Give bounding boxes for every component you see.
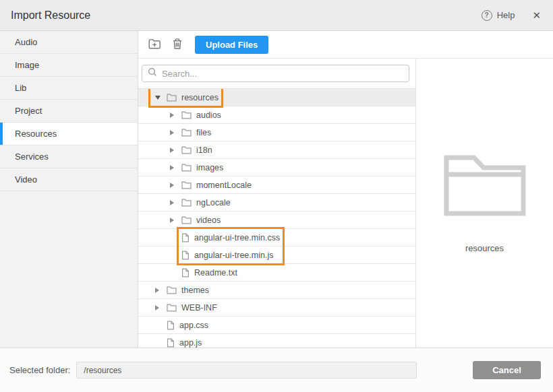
tree-row-momentlocale[interactable]: momentLocale <box>138 176 415 194</box>
tree-node-content: momentLocale <box>168 176 252 193</box>
tree-row-app-css[interactable]: app.css <box>138 317 415 334</box>
tree-row-angular-ui-tree-min-js[interactable]: angular-ui-tree.min.js <box>138 247 415 264</box>
sidebar-item-resources[interactable]: Resources <box>0 123 138 145</box>
tree-node-content: Readme.txt <box>181 264 237 281</box>
search-area <box>138 59 415 89</box>
tree-node-content: angular-ui-tree.min.js <box>181 247 273 263</box>
caret-glyph <box>155 288 159 293</box>
help-icon: ? <box>482 10 492 21</box>
sidebar-item-project[interactable]: Project <box>0 100 138 123</box>
tree-node-content: app.js <box>167 334 202 348</box>
file-icon <box>181 233 190 242</box>
tree-node-label: videos <box>196 216 221 225</box>
caret-glyph <box>155 305 159 311</box>
sidebar-item-label: Resources <box>15 129 57 139</box>
tree-row-audios[interactable]: audios <box>138 106 415 124</box>
sidebar-item-label: Video <box>15 174 37 185</box>
sidebar-item-image[interactable]: Image <box>0 54 138 77</box>
tree-node-content: ngLocale <box>168 194 231 211</box>
file-icon <box>181 251 190 260</box>
tree-node-label: ngLocale <box>196 198 231 207</box>
search-box <box>142 65 409 82</box>
header-actions: ? Help ✕ <box>482 10 541 21</box>
caret-right-icon[interactable] <box>168 165 181 170</box>
content-area: Upload Files resourcesaudiosfilesi18nima… <box>138 31 553 348</box>
cancel-button[interactable]: Cancel <box>473 361 541 379</box>
tree-row-web-inf[interactable]: WEB-INF <box>138 299 415 317</box>
tree-node-content: i18n <box>168 141 212 158</box>
tree-row-i18n[interactable]: i18n <box>138 141 415 159</box>
tree-row-videos[interactable]: videos <box>138 211 415 229</box>
tree-node-label: i18n <box>196 145 212 155</box>
add-folder-button[interactable] <box>144 35 165 55</box>
folder-icon <box>181 110 192 119</box>
tree-node-label: app.js <box>179 338 202 348</box>
caret-right-icon[interactable] <box>153 305 167 311</box>
tree-row-readme-txt[interactable]: Readme.txt <box>138 264 415 282</box>
tree-row-themes[interactable]: themes <box>138 282 415 299</box>
caret-right-icon[interactable] <box>168 183 181 188</box>
tree-row-files[interactable]: files <box>138 124 415 141</box>
folder-icon <box>181 145 192 154</box>
sidebar-item-lib[interactable]: Lib <box>0 77 138 100</box>
caret-right-icon[interactable] <box>168 130 181 135</box>
selected-folder-label: Selected folder: <box>9 365 70 375</box>
folder-icon <box>181 181 192 189</box>
caret-glyph <box>170 218 174 223</box>
caret-right-icon[interactable] <box>168 148 181 153</box>
tree-node-content: videos <box>168 211 221 228</box>
folder-icon <box>181 216 192 224</box>
tree-node-content: themes <box>153 282 209 298</box>
caret-glyph <box>170 112 174 118</box>
selected-folder-input[interactable] <box>76 362 417 379</box>
sidebar-item-label: Services <box>15 152 49 162</box>
tree-node-label: app.css <box>179 321 208 330</box>
delete-button[interactable] <box>168 35 187 55</box>
help-button[interactable]: ? Help <box>482 10 515 21</box>
close-icon[interactable]: ✕ <box>532 10 541 20</box>
sidebar-item-services[interactable]: Services <box>0 145 138 168</box>
preview-folder-name: resources <box>465 243 504 253</box>
folder-icon <box>167 286 177 294</box>
folder-icon <box>181 128 192 137</box>
sidebar-item-label: Image <box>15 60 39 70</box>
tree-node-content: images <box>168 159 223 176</box>
upload-files-button[interactable]: Upload Files <box>195 36 268 54</box>
help-label: Help <box>497 10 515 20</box>
caret-glyph <box>155 96 161 100</box>
tree-node-label: Readme.txt <box>194 268 237 277</box>
tree-panel: resourcesaudiosfilesi18nimagesmomentLoca… <box>138 59 416 348</box>
tree-node-label: angular-ui-tree.min.js <box>194 251 273 260</box>
caret-right-icon[interactable] <box>168 200 181 205</box>
tree-row-angular-ui-tree-min-css[interactable]: angular-ui-tree.min.css <box>138 229 415 247</box>
caret-right-icon[interactable] <box>168 218 181 223</box>
caret-glyph <box>170 148 174 153</box>
tree-node-content: files <box>168 124 211 141</box>
tree-node-label: files <box>196 128 211 137</box>
caret-right-icon[interactable] <box>168 112 181 118</box>
caret-down-icon[interactable] <box>153 96 167 100</box>
tree-node-content: WEB-INF <box>153 299 217 316</box>
folder-icon <box>181 163 192 172</box>
folder-icon <box>167 93 177 102</box>
sidebar: AudioImageLibProjectResourcesServicesVid… <box>0 31 138 348</box>
tree-node-content: angular-ui-tree.min.css <box>181 229 280 246</box>
trash-icon <box>172 38 183 52</box>
tree-node-label: audios <box>196 110 221 120</box>
search-input[interactable] <box>162 69 403 79</box>
sidebar-item-audio[interactable]: Audio <box>0 31 138 54</box>
file-icon <box>181 268 190 277</box>
folder-preview-icon <box>444 153 526 219</box>
tree-row-app-js[interactable]: app.js <box>138 334 415 348</box>
search-icon <box>148 67 157 79</box>
tree-row-resources[interactable]: resources <box>138 89 415 106</box>
caret-right-icon[interactable] <box>153 288 167 293</box>
dialog-header: Import Resource ? Help ✕ <box>0 0 553 31</box>
sidebar-item-label: Project <box>15 106 42 116</box>
tree-row-nglocale[interactable]: ngLocale <box>138 194 415 211</box>
tree-node-content: audios <box>168 106 221 123</box>
tree-row-images[interactable]: images <box>138 159 415 176</box>
dialog-body: AudioImageLibProjectResourcesServicesVid… <box>0 31 553 348</box>
caret-glyph <box>170 165 174 170</box>
sidebar-item-video[interactable]: Video <box>0 168 138 191</box>
